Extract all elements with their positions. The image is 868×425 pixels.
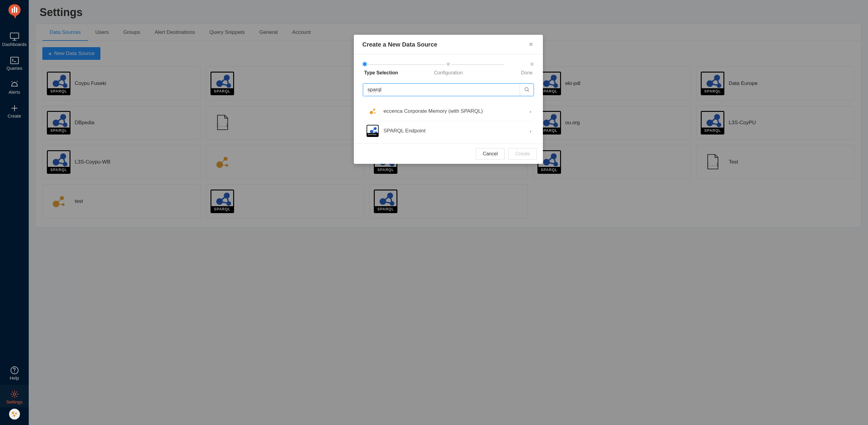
- svg-point-3: [11, 8, 13, 10]
- sparql-small-icon: SPARQL: [367, 125, 379, 137]
- search-icon: [524, 87, 530, 93]
- step-configuration: Configuration: [420, 62, 477, 75]
- chevron-right-icon: ››: [530, 109, 530, 114]
- cancel-button[interactable]: Cancel: [476, 148, 505, 160]
- svg-point-20: [12, 412, 14, 414]
- main-content: Settings Data Sources Users Groups Alert…: [29, 0, 868, 425]
- type-result-label: SPARQL Endpoint: [383, 128, 525, 134]
- gear-icon: [10, 389, 19, 399]
- svg-point-119: [525, 87, 528, 91]
- nav-label: Help: [10, 375, 19, 381]
- type-search-field: [363, 84, 534, 96]
- step-type-selection: Type Selection: [363, 62, 420, 75]
- chevron-right-icon: ››: [530, 128, 530, 134]
- svg-point-19: [13, 393, 16, 395]
- wizard-steps: Type Selection Configuration Done: [363, 62, 534, 75]
- svg-line-13: [17, 81, 18, 82]
- modal-title: Create a New Data Source: [362, 41, 437, 48]
- nav-label: Settings: [6, 399, 22, 404]
- nav-help[interactable]: Help: [0, 361, 29, 384]
- svg-point-5: [16, 7, 17, 9]
- type-result-item[interactable]: eccenca Corporate Memory (with SPARQL) ›…: [365, 102, 532, 121]
- svg-rect-2: [16, 9, 17, 13]
- user-avatar[interactable]: [9, 409, 20, 420]
- type-search-input[interactable]: [363, 84, 520, 96]
- svg-rect-6: [10, 33, 19, 38]
- monitor-icon: [10, 31, 19, 42]
- orange-icon: [367, 105, 379, 117]
- nav-create[interactable]: Create: [0, 99, 29, 122]
- sidebar: Dashboards Queries Alerts: [0, 0, 29, 425]
- plus-icon: [10, 103, 19, 113]
- nav-label: Dashboards: [2, 42, 27, 47]
- create-button[interactable]: Create: [508, 148, 537, 160]
- type-result-label: eccenca Corporate Memory (with SPARQL): [383, 108, 525, 114]
- svg-point-18: [14, 372, 14, 372]
- close-icon: ✕: [528, 41, 533, 48]
- nav-label: Queries: [6, 66, 22, 71]
- help-icon: [10, 365, 19, 375]
- nav-alerts[interactable]: Alerts: [0, 75, 29, 98]
- nav-label: Alerts: [8, 90, 20, 95]
- create-data-source-modal: Create a New Data Source ✕ Type Selectio…: [354, 35, 543, 164]
- svg-rect-1: [14, 8, 15, 13]
- modal-close-button[interactable]: ✕: [527, 41, 534, 48]
- svg-rect-0: [12, 10, 13, 13]
- svg-rect-9: [10, 57, 19, 64]
- modal-overlay[interactable]: Create a New Data Source ✕ Type Selectio…: [29, 0, 868, 425]
- terminal-icon: [10, 55, 19, 66]
- svg-line-12: [11, 81, 12, 82]
- type-results-list: eccenca Corporate Memory (with SPARQL) ›…: [363, 102, 534, 140]
- nav-queries[interactable]: Queries: [0, 51, 29, 74]
- app-logo[interactable]: [8, 4, 21, 19]
- type-result-item[interactable]: SPARQL SPARQL Endpoint ››: [365, 121, 532, 140]
- svg-point-4: [13, 7, 15, 8]
- step-done: Done: [477, 62, 534, 75]
- nav-settings[interactable]: Settings: [0, 385, 29, 407]
- search-button[interactable]: [520, 84, 533, 96]
- bell-icon: [10, 79, 19, 90]
- svg-point-22: [13, 415, 15, 417]
- nav-label: Create: [7, 113, 21, 119]
- nav-dashboards[interactable]: Dashboards: [0, 27, 29, 50]
- svg-point-21: [15, 413, 17, 415]
- svg-line-120: [528, 90, 529, 92]
